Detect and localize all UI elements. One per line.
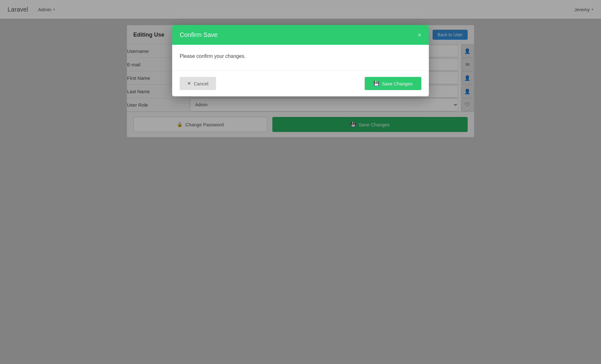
modal-title: Confirm Save xyxy=(180,31,218,38)
modal-save-label: Save Changes xyxy=(382,81,413,86)
modal-save-icon: 💾 xyxy=(373,81,379,86)
cancel-icon: ✕ xyxy=(187,81,191,86)
modal-close-button[interactable]: × xyxy=(418,32,421,38)
modal-overlay: Confirm Save × Please confirm your chang… xyxy=(0,0,601,364)
modal-body: Please confirm your changes. xyxy=(172,45,429,71)
modal-message: Please confirm your changes. xyxy=(180,53,421,59)
confirm-save-modal: Confirm Save × Please confirm your chang… xyxy=(172,25,429,96)
cancel-label: Cancel xyxy=(194,81,208,86)
modal-header: Confirm Save × xyxy=(172,25,429,45)
modal-footer: ✕ Cancel 💾 Save Changes xyxy=(172,71,429,96)
modal-save-button[interactable]: 💾 Save Changes xyxy=(365,77,421,90)
modal-cancel-button[interactable]: ✕ Cancel xyxy=(180,77,216,90)
